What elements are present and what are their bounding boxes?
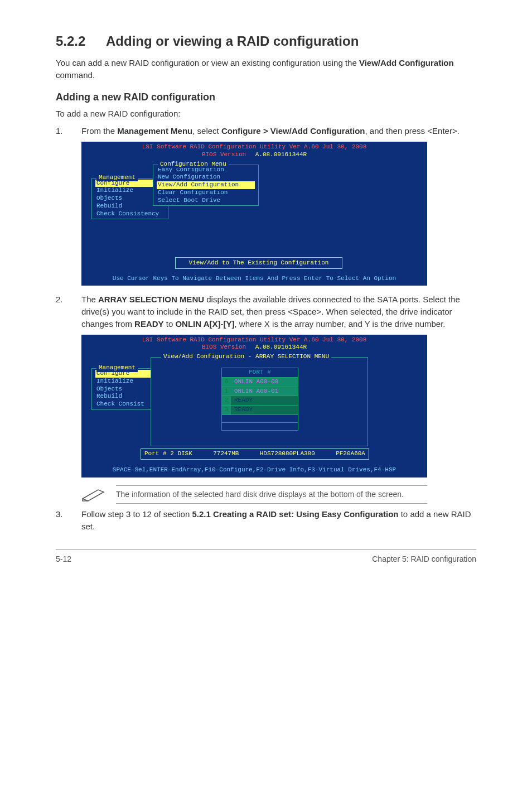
chapter-label: Chapter 5: RAID configuration xyxy=(372,554,476,563)
port-0: ONLIN A00-00 xyxy=(231,378,298,387)
port-list: PORT # 0ONLIN A00-00 1ONLIN A00-01 2READ… xyxy=(221,368,298,431)
bios-header: LSI Software RAID Configuration Utility … xyxy=(81,142,427,160)
port-2: READY xyxy=(231,396,298,405)
section-title: Adding or viewing a RAID configuration xyxy=(106,33,359,49)
drive-status-bar: Port # 2 DISK 77247MB HDS728080PLA380 PF… xyxy=(141,448,369,460)
bios-screenshot-2: LSI Software RAID Configuration Utility … xyxy=(81,335,427,478)
menu2-check-consist: Check Consist xyxy=(95,401,153,408)
status-message: View/Add to The Existing Configuration xyxy=(175,257,342,269)
step-3: 3. Follow step 3 to 12 of section 5.2.1 … xyxy=(56,508,476,533)
section-number: 5.2.2 xyxy=(56,33,106,49)
configuration-menu: Configuration Menu Easy Configuration Ne… xyxy=(153,165,259,206)
intro-paragraph: You can add a new RAID configuration or … xyxy=(56,57,476,81)
step-2: 2. The ARRAY SELECTION MENU displays the… xyxy=(56,293,476,330)
bios-screenshot-1: LSI Software RAID Configuration Utility … xyxy=(81,142,427,286)
menu2-rebuild: Rebuild xyxy=(95,393,153,401)
conf-select-boot: Select Boot Drive xyxy=(157,197,255,205)
note-callout: The information of the selected hard dis… xyxy=(81,485,427,504)
pencil-icon xyxy=(81,488,106,502)
step-1: 1. From the Management Menu, select Conf… xyxy=(56,125,476,137)
port-1: ONLIN A00-01 xyxy=(231,387,298,396)
page-number: 5-12 xyxy=(56,554,71,563)
conf-new: New Configuration xyxy=(157,173,255,181)
conf-view-add: View/Add Configuration xyxy=(157,181,255,189)
section-heading: 5.2.2Adding or viewing a RAID configurat… xyxy=(56,33,476,49)
conf-clear: Clear Configuration xyxy=(157,189,255,197)
management-menu-2: Management Configure Initialize Objects … xyxy=(91,368,157,410)
port-header: PORT # xyxy=(222,368,298,377)
menu-check-consistency: Check Consistency xyxy=(95,210,165,218)
bios-footer: Use Cursor Keys To Navigate Between Item… xyxy=(81,273,427,286)
array-selection-menu: View/Add Configuration - ARRAY SELECTION… xyxy=(151,357,368,446)
subheading: Adding a new RAID configuration xyxy=(56,91,476,103)
menu2-objects: Objects xyxy=(95,385,153,393)
page-footer: 5-12 Chapter 5: RAID configuration xyxy=(56,549,476,563)
bios-header-2: LSI Software RAID Configuration Utility … xyxy=(81,335,427,353)
port-3: READY xyxy=(231,406,298,414)
bios-footer-2: SPACE-Sel,ENTER-EndArray,F10-Configure,F… xyxy=(81,464,427,478)
menu2-initialize: Initialize xyxy=(95,378,153,385)
note-text: The information of the selected hard dis… xyxy=(116,485,427,504)
subintro: To add a new RAID configuration: xyxy=(56,108,476,120)
